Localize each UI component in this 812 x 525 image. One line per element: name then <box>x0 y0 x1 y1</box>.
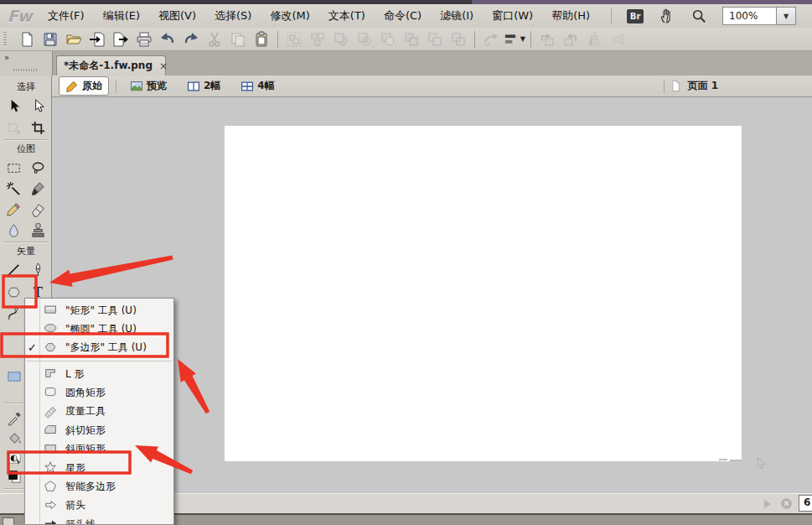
rotate-cw-button <box>560 29 582 49</box>
paste-button[interactable] <box>251 29 272 49</box>
menu-item[interactable]: 斜面矩形 <box>25 439 173 458</box>
menu-item[interactable]: 圆角矩形 <box>25 383 173 402</box>
lasso-tool[interactable] <box>28 158 49 178</box>
export-area-icon <box>6 120 22 136</box>
open-icon <box>65 31 82 48</box>
frame-value-box[interactable]: 6 <box>799 495 812 512</box>
m-arrow-icon <box>43 498 59 513</box>
pen-tool[interactable] <box>28 260 49 280</box>
eyedropper-icon <box>7 410 23 426</box>
pencil-icon <box>6 202 22 218</box>
menubar-item[interactable]: 命令(C) <box>375 5 431 27</box>
tool-row <box>0 200 52 221</box>
menubar-item[interactable]: 选择(S) <box>205 5 261 27</box>
preview-button-1[interactable]: 原始 <box>59 76 109 96</box>
menu-item[interactable]: 斜切矩形 <box>25 421 173 439</box>
preview-button-3[interactable]: 2幅 <box>180 76 227 96</box>
copy-icon <box>230 31 246 48</box>
document-canvas[interactable] <box>225 126 742 461</box>
panel-grip-handle[interactable] <box>13 69 39 71</box>
menu-item[interactable]: 度量工具 <box>25 403 173 421</box>
rubber-stamp-tool[interactable] <box>28 221 49 241</box>
marquee-tool[interactable] <box>3 158 25 178</box>
print-button[interactable] <box>133 29 155 49</box>
toolbar-grip-handle[interactable] <box>3 32 7 47</box>
m-arrow-line-icon <box>43 517 59 525</box>
mouse-cursor-icon <box>756 458 766 470</box>
brush-icon <box>30 181 46 197</box>
save-button[interactable] <box>39 29 61 49</box>
menubar-item[interactable]: 文件(F) <box>39 5 94 27</box>
menubar-item[interactable]: 修改(M) <box>261 5 318 27</box>
align-button[interactable]: ▼ <box>504 29 525 49</box>
zoom-magnifier-icon[interactable] <box>691 8 706 23</box>
swatches-tool[interactable] <box>3 466 26 486</box>
preview-image-icon <box>130 80 143 93</box>
menu-item[interactable]: "椭圆" 工具 (U) <box>25 320 173 338</box>
zoom-dropdown-button[interactable]: ▼ <box>776 8 795 24</box>
paint-bucket-icon <box>7 430 23 446</box>
page-separator <box>664 80 665 93</box>
menubar-item[interactable]: 滤镜(I) <box>431 5 483 27</box>
paint-bucket-tool[interactable] <box>3 428 26 448</box>
menubar-item[interactable]: 窗口(W) <box>483 5 542 27</box>
menu-item[interactable]: L 形 <box>25 365 173 383</box>
open-button[interactable] <box>63 29 85 49</box>
zoom-level-value[interactable]: 100% <box>723 10 776 22</box>
eyedropper-tool[interactable] <box>3 408 26 428</box>
polygon-tool[interactable] <box>3 282 25 302</box>
flip-vertical-button <box>607 29 628 49</box>
export-area-tool[interactable] <box>3 117 25 138</box>
freeform-tool[interactable] <box>3 304 25 324</box>
panel-dock-icon[interactable] <box>3 517 14 525</box>
preview-button-2[interactable]: 预览 <box>123 76 173 96</box>
import-button[interactable] <box>86 29 108 49</box>
bridge-button[interactable]: Br <box>627 9 644 23</box>
dropdown-arrow-icon: ▼ <box>520 35 525 43</box>
menubar-item[interactable]: 视图(V) <box>149 5 205 27</box>
m-smart-polygon-icon <box>43 479 59 494</box>
two-up-icon <box>187 80 200 93</box>
preview-buttons: 原始预览2幅4幅 <box>52 76 282 96</box>
menubar-item[interactable]: 文本(T) <box>319 5 375 27</box>
line-tool[interactable] <box>3 260 25 280</box>
slice-tool[interactable] <box>3 366 26 387</box>
menu-item-label: "矩形" 工具 (U) <box>65 304 137 318</box>
m-bevel-icon <box>44 442 59 457</box>
menubar-item[interactable]: 编辑(E) <box>94 5 149 27</box>
menu-item[interactable]: 星形 <box>25 459 173 477</box>
hand-tool-icon[interactable] <box>659 8 676 24</box>
m-measure-icon <box>44 404 59 419</box>
pencil-tool[interactable] <box>3 200 25 220</box>
new-document-button[interactable] <box>16 29 38 49</box>
stop-icon[interactable]: × <box>781 498 792 509</box>
magic-wand-tool[interactable] <box>3 179 25 199</box>
play-icon[interactable] <box>764 500 771 508</box>
menu-item[interactable]: 智能多边形 <box>25 477 173 496</box>
menu-item[interactable]: "矩形" 工具 (U) <box>25 301 173 320</box>
rotate-ccw-icon <box>539 31 556 48</box>
eraser-tool[interactable] <box>28 200 49 220</box>
crop-tool[interactable] <box>28 117 49 138</box>
panel-collapse-chevron-icon[interactable]: » <box>4 53 8 62</box>
menubar-item[interactable]: 帮助(H) <box>542 5 599 27</box>
fill-color-tool[interactable] <box>3 448 26 468</box>
subselection-tool[interactable] <box>28 96 49 116</box>
zoom-level-control[interactable]: 100% ▼ <box>722 7 796 25</box>
align-icon <box>504 31 520 48</box>
preview-button-4[interactable]: 4幅 <box>234 76 281 96</box>
m-rounded-rect-icon <box>44 385 59 400</box>
document-tab[interactable]: *未命名-1.fw.png × <box>56 55 166 75</box>
undo-button[interactable] <box>157 29 178 49</box>
menu-item[interactable]: 箭头线 <box>25 515 173 525</box>
tab-close-icon[interactable]: × <box>159 62 168 70</box>
eraser-icon <box>30 202 46 218</box>
brush-tool[interactable] <box>28 179 49 199</box>
redo-button[interactable] <box>180 29 202 49</box>
export-button[interactable] <box>110 29 132 49</box>
menu-item[interactable]: ✓"多边形" 工具 (U) <box>25 339 173 357</box>
blur-tool[interactable] <box>3 221 25 241</box>
tool-row <box>0 221 52 242</box>
pointer-tool[interactable] <box>3 96 25 116</box>
menu-item[interactable]: 箭头 <box>25 496 173 515</box>
